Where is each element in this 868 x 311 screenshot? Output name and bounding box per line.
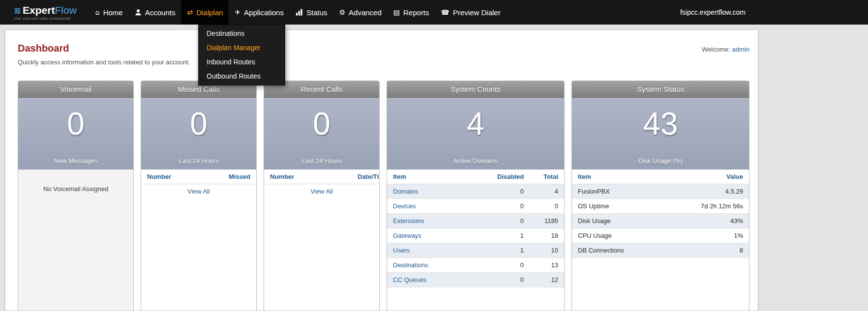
table-row: Extensions 0 1185 xyxy=(387,214,564,228)
total-value: 1185 xyxy=(530,214,564,228)
table-row: DB Connections 8 xyxy=(572,243,749,258)
nav-item-accounts[interactable]: Accounts xyxy=(129,0,181,25)
voicemail-count: 0 xyxy=(18,98,133,144)
status-item-label: FusionPBX xyxy=(572,184,685,199)
brand-name-suffix: Flow xyxy=(55,5,76,15)
phone-icon: ☎ xyxy=(441,9,449,16)
total-value: 13 xyxy=(530,258,564,273)
nav-label: Applications xyxy=(244,8,284,17)
voicemail-card: Voicemail 0 New Messages No Voicemail As… xyxy=(18,81,134,311)
counts-item-link[interactable]: CC Queues xyxy=(393,276,426,283)
column-header: Number xyxy=(141,170,199,184)
total-value: 0 xyxy=(530,199,564,214)
recent-calls-count-label: Last 24 Hours xyxy=(264,157,379,165)
menu-item-destinations[interactable]: Destinations xyxy=(199,27,285,41)
nav-label: Preview Dialer xyxy=(453,8,501,17)
inbox-icon: ▤ xyxy=(393,9,400,16)
nav-item-dialplan[interactable]: ⇄ Dialplan xyxy=(181,0,229,25)
nav-item-advanced[interactable]: ⚙ Advanced xyxy=(333,0,388,25)
voicemail-hero: 0 New Messages xyxy=(18,98,133,170)
column-header: Item xyxy=(387,170,491,184)
main-content-panel: Dashboard Quickly access information and… xyxy=(5,29,758,311)
voicemail-empty-text: No Voicemail Assigned xyxy=(18,170,133,311)
table-row: Disk Usage 43% xyxy=(572,214,749,228)
system-status-table: Item Value FusionPBX 4.5.29 OS Uptime 7d… xyxy=(572,170,749,258)
missed-calls-view-all-link[interactable]: View All xyxy=(187,188,210,195)
paper-plane-icon: ✈ xyxy=(235,9,240,16)
nav-label: Reports xyxy=(403,8,429,17)
nav-item-reports[interactable]: ▤ Reports xyxy=(388,0,435,25)
system-counts-count-label: Active Domains xyxy=(387,157,564,165)
total-value: 10 xyxy=(530,243,564,258)
menu-item-dialplan-manager[interactable]: Dialplan Manager xyxy=(199,41,285,55)
recent-calls-count: 0 xyxy=(264,98,379,144)
table-row: View All xyxy=(141,184,256,199)
system-status-count-label: Disk Usage (%) xyxy=(572,157,749,165)
missed-calls-count-label: Last 24 Hours xyxy=(141,157,256,165)
missed-calls-card: Missed Calls 0 Last 24 Hours Number Miss… xyxy=(141,81,257,311)
status-value: 43% xyxy=(685,214,749,228)
table-row: Destinations 0 13 xyxy=(387,258,564,273)
table-row: CC Queues 0 12 xyxy=(387,273,564,287)
bar-chart-icon xyxy=(296,9,303,16)
missed-calls-count: 0 xyxy=(141,98,256,144)
voicemail-count-label: New Messages xyxy=(18,157,133,165)
disabled-value: 0 xyxy=(491,214,530,228)
counts-item-link[interactable]: Devices xyxy=(393,202,416,210)
table-row: FusionPBX 4.5.29 xyxy=(572,184,749,199)
gear-icon: ⚙ xyxy=(339,9,346,16)
recent-calls-card: Recent Calls 0 Last 24 Hours Number Date… xyxy=(264,81,380,311)
system-status-count: 43 xyxy=(572,98,749,144)
brand-tagline: chat, voice and video contactcenter xyxy=(14,17,77,20)
disabled-value: 1 xyxy=(491,243,530,258)
table-row: Gateways 1 18 xyxy=(387,228,564,243)
missed-calls-table: Number Missed View All xyxy=(141,170,256,198)
total-value: 18 xyxy=(530,228,564,243)
recent-calls-view-all-link[interactable]: View All xyxy=(310,188,332,195)
nav-item-home[interactable]: ⌂ Home xyxy=(90,0,129,25)
disabled-value: 0 xyxy=(491,258,530,273)
system-status-hero: 43 Disk Usage (%) xyxy=(572,98,749,170)
welcome-label: Welcome: xyxy=(702,46,730,53)
total-value: 4 xyxy=(530,184,564,199)
system-counts-card-title: System Counts xyxy=(387,81,564,98)
menu-item-outbound-routes[interactable]: Outbound Routes xyxy=(199,69,285,84)
main-nav: ⌂ Home Accounts ⇄ Dialplan ✈ Application… xyxy=(90,0,507,25)
disabled-value: 1 xyxy=(491,228,530,243)
system-counts-hero: 4 Active Domains xyxy=(387,98,564,170)
missed-calls-hero: 0 Last 24 Hours xyxy=(141,98,256,170)
dialplan-dropdown-menu: Destinations Dialplan Manager Inbound Ro… xyxy=(198,25,285,85)
nav-label: Status xyxy=(306,8,328,17)
total-value: 12 xyxy=(530,273,564,287)
system-counts-count: 4 xyxy=(387,98,564,144)
column-header: Item xyxy=(572,170,685,184)
welcome-user-link[interactable]: admin xyxy=(732,46,749,53)
page-subtitle: Quickly access information and tools rel… xyxy=(18,58,190,66)
home-icon: ⌂ xyxy=(95,9,100,16)
table-row: View All xyxy=(264,184,379,199)
counts-item-link[interactable]: Extensions xyxy=(393,217,424,225)
counts-item-link[interactable]: Gateways xyxy=(393,232,421,239)
table-row: Devices 0 0 xyxy=(387,199,564,214)
recent-calls-table: Number Date/Time View All xyxy=(264,170,379,198)
system-counts-card: System Counts 4 Active Domains Item Disa… xyxy=(387,81,565,311)
nav-item-preview-dialer[interactable]: ☎ Preview Dialer xyxy=(435,0,507,25)
voicemail-card-title: Voicemail xyxy=(18,81,133,98)
brand-logo[interactable]: ≡ Expert Flow chat, voice and video cont… xyxy=(14,5,77,20)
status-value: 8 xyxy=(685,243,749,258)
counts-item-link[interactable]: Destinations xyxy=(393,261,428,269)
menu-item-inbound-routes[interactable]: Inbound Routes xyxy=(199,55,285,69)
top-navbar: ≡ Expert Flow chat, voice and video cont… xyxy=(0,0,868,25)
system-status-card: System Status 43 Disk Usage (%) Item Val… xyxy=(571,81,749,311)
counts-item-link[interactable]: Users xyxy=(393,247,410,254)
system-status-card-title: System Status xyxy=(572,81,749,98)
nav-label: Home xyxy=(103,8,123,17)
nav-label: Accounts xyxy=(145,8,176,17)
nav-item-applications[interactable]: ✈ Applications xyxy=(229,0,290,25)
table-row: Users 1 10 xyxy=(387,243,564,258)
column-header: Missed xyxy=(199,170,256,184)
counts-item-link[interactable]: Domains xyxy=(393,188,418,195)
column-header: Value xyxy=(685,170,749,184)
nav-item-status[interactable]: Status xyxy=(290,0,333,25)
disabled-value: 0 xyxy=(491,199,530,214)
